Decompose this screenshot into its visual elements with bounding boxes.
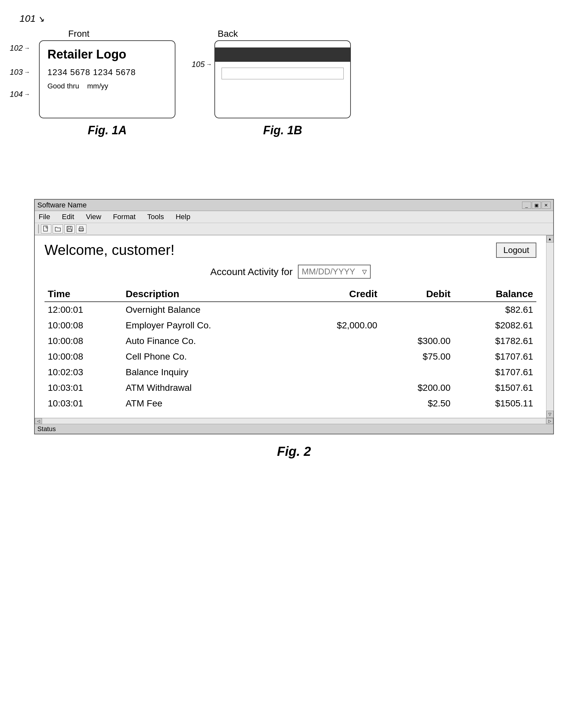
minimize-button[interactable]: _ [522, 202, 531, 209]
ref-103: 103 [10, 68, 23, 77]
scroll-track-bottom[interactable] [42, 418, 546, 424]
menu-view[interactable]: View [84, 212, 102, 222]
ref-101: 101 [20, 13, 36, 24]
cell-debit [380, 364, 454, 380]
svg-rect-6 [80, 230, 83, 231]
date-input-wrap[interactable]: ▽ [298, 265, 371, 279]
date-input[interactable] [302, 267, 360, 277]
figures-area: Front 102 → 103 → 104 → Retailer [39, 28, 568, 137]
cell-credit [293, 349, 381, 364]
menu-help[interactable]: Help [174, 212, 192, 222]
table-header: Time Description Credit Debit Balance [44, 286, 537, 302]
scroll-up-arrow[interactable]: ▲ [546, 236, 553, 243]
menu-bar: File Edit View Format Tools Help [35, 211, 553, 223]
cell-credit [293, 364, 381, 380]
content-main: Welcome, customer! Logout Account Activi… [35, 236, 546, 418]
scrollbar-right[interactable]: ▲ ▽ [546, 236, 553, 418]
signature-strip [222, 68, 344, 79]
cell-time: 10:00:08 [44, 333, 123, 349]
table-row: 10:00:08 Auto Finance Co. $300.00 $1782.… [44, 333, 537, 349]
content-with-scroll: Welcome, customer! Logout Account Activi… [35, 236, 553, 418]
toolbar-new-icon[interactable] [41, 224, 51, 234]
col-header-time: Time [44, 286, 123, 302]
ref-105: 105 [192, 60, 205, 69]
cell-description: Employer Payroll Co. [123, 318, 293, 333]
cell-debit: $75.00 [380, 349, 454, 364]
toolbar-save-icon[interactable] [64, 224, 75, 234]
toolbar-open-icon[interactable] [52, 224, 63, 234]
cell-description: Auto Finance Co. [123, 333, 293, 349]
cell-description: ATM Fee [123, 396, 293, 411]
ref-102: 102 [10, 44, 23, 53]
cell-balance: $82.61 [454, 302, 537, 318]
activity-table: Time Description Credit Debit Balance 12… [44, 286, 537, 411]
welcome-row: Welcome, customer! Logout [44, 242, 537, 258]
fig-1a: Front 102 → 103 → 104 → Retailer [39, 28, 175, 137]
fig1b-caption: Fig. 1B [263, 124, 302, 137]
fig1a-caption: Fig. 1A [88, 124, 127, 137]
menu-tools[interactable]: Tools [146, 212, 165, 222]
cell-time: 12:00:01 [44, 302, 123, 318]
cell-debit [380, 318, 454, 333]
cell-balance: $1707.61 [454, 364, 537, 380]
maximize-button[interactable]: ▣ [532, 202, 541, 209]
account-activity-label: Account Activity for [210, 266, 292, 277]
menu-format[interactable]: Format [112, 212, 137, 222]
menu-edit[interactable]: Edit [60, 212, 76, 222]
col-header-credit: Credit [293, 286, 381, 302]
window-controls: _ ▣ ✕ [522, 202, 551, 209]
card-front: Retailer Logo 1234 5678 1234 5678 Good t… [39, 40, 175, 118]
col-header-balance: Balance [454, 286, 537, 302]
svg-rect-0 [44, 226, 47, 231]
date-dropdown-arrow-icon[interactable]: ▽ [362, 268, 367, 276]
toolbar [35, 223, 553, 236]
cell-time: 10:00:08 [44, 349, 123, 364]
retailer-logo: Retailer Logo [47, 47, 167, 61]
menu-file[interactable]: File [37, 212, 51, 222]
cell-credit [293, 333, 381, 349]
cell-balance: $1505.11 [454, 396, 537, 411]
scroll-right-arrow[interactable]: ▷ [546, 418, 553, 424]
cell-debit: $2.50 [380, 396, 454, 411]
cell-debit: $300.00 [380, 333, 454, 349]
table-row: 10:03:01 ATM Fee $2.50 $1505.11 [44, 396, 537, 411]
scroll-track-right[interactable] [546, 243, 553, 411]
cell-balance: $2082.61 [454, 318, 537, 333]
fig1b-back-label: Back [218, 28, 238, 39]
col-header-description: Description [123, 286, 293, 302]
cell-balance: $1707.61 [454, 349, 537, 364]
cell-description: Balance Inquiry [123, 364, 293, 380]
bottom-scrollbar[interactable]: ◁ ▷ [35, 418, 553, 424]
arrow-102: → [24, 45, 30, 52]
toolbar-separator [38, 224, 39, 234]
cell-time: 10:02:03 [44, 364, 123, 380]
cell-description: Cell Phone Co. [123, 349, 293, 364]
table-body: 12:00:01 Overnight Balance $82.61 10:00:… [44, 302, 537, 411]
scroll-down-arrow[interactable]: ▽ [546, 411, 553, 418]
fig1a-front-label: Front [68, 28, 89, 39]
cell-debit [380, 302, 454, 318]
toolbar-print-icon[interactable] [76, 224, 86, 234]
cell-time: 10:03:01 [44, 380, 123, 396]
cell-balance: $1507.61 [454, 380, 537, 396]
scroll-left-arrow[interactable]: ◁ [35, 418, 42, 424]
card-number: 1234 5678 1234 5678 [47, 67, 167, 77]
svg-rect-2 [68, 226, 70, 228]
date-row: Account Activity for ▽ [44, 265, 537, 279]
welcome-text: Welcome, customer! [44, 242, 174, 258]
close-button[interactable]: ✕ [542, 202, 551, 209]
arrow-104: → [24, 91, 30, 98]
cell-balance: $1782.61 [454, 333, 537, 349]
table-row: 10:03:01 ATM Withdrawal $200.00 $1507.61 [44, 380, 537, 396]
status-bar: Status [35, 424, 553, 434]
fig2-caption: Fig. 2 [20, 444, 568, 459]
table-row: 10:02:03 Balance Inquiry $1707.61 [44, 364, 537, 380]
ref-104: 104 [10, 90, 23, 99]
cell-description: Overnight Balance [123, 302, 293, 318]
cell-credit [293, 380, 381, 396]
cell-credit: $2,000.00 [293, 318, 381, 333]
col-header-debit: Debit [380, 286, 454, 302]
table-row: 10:00:08 Employer Payroll Co. $2,000.00 … [44, 318, 537, 333]
logout-button[interactable]: Logout [496, 243, 537, 258]
arrow-103: → [24, 69, 30, 76]
